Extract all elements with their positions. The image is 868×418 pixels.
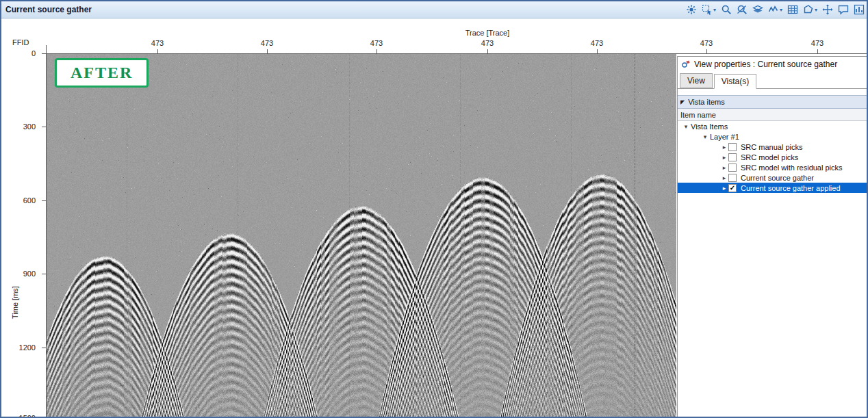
view-properties-panel: View properties : Current source gather … xyxy=(677,56,867,417)
tree-item-current-source-gather[interactable]: ▸Current source gather xyxy=(678,172,867,183)
trace-tick-label: 473 xyxy=(481,39,494,47)
tree-item-current-source-gather-applied[interactable]: ▸✓Current source gather applied xyxy=(678,183,867,193)
collapse-section-icon: ◤ xyxy=(680,99,685,105)
tree-item-label: Current source gather applied xyxy=(740,184,841,192)
wiggle-trace-icon[interactable]: ▾ xyxy=(768,3,782,16)
trace-tick-label: 473 xyxy=(811,39,824,47)
trace-tick-mark xyxy=(706,49,707,53)
time-tick-label: 600 xyxy=(23,196,36,205)
tree-item-label: Current source gather xyxy=(740,174,814,182)
trace-axis-title: Trace [Trace] xyxy=(465,29,510,37)
tree-item-src-manual-picks[interactable]: ▸SRC manual picks xyxy=(678,142,867,152)
trace-tick-label: 473 xyxy=(591,39,603,47)
trace-tick-label: 473 xyxy=(151,39,164,47)
collapse-arrow-icon[interactable]: ▾ xyxy=(682,123,690,130)
expand-arrow-icon[interactable]: ▸ xyxy=(720,154,728,161)
time-tick-label: 900 xyxy=(23,270,36,278)
top-axis: FFID Trace [Trace] 473473473473473473473 xyxy=(1,18,867,54)
dropdown-arrow-icon: ▾ xyxy=(780,7,782,13)
toolbar: ▾▾▾ xyxy=(686,3,867,16)
after-annotation-label: AFTER xyxy=(71,64,133,81)
vista-items-tree: ▾Vista Items▾Layer #1▸SRC manual picks▸S… xyxy=(678,121,867,193)
view-properties-header: View properties : Current source gather xyxy=(678,57,867,72)
trace-tick-label: 473 xyxy=(261,39,273,47)
item-name-column-label: Item name xyxy=(680,111,716,119)
vista-items-section-header[interactable]: ◤ Vista items xyxy=(678,95,867,109)
time-tick-mark xyxy=(42,127,46,127)
polygon-icon[interactable]: ▾ xyxy=(803,3,817,16)
item-name-column-header: Item name xyxy=(678,109,867,121)
time-axis-title: Time [ms] xyxy=(11,286,19,319)
grid-icon[interactable] xyxy=(787,3,798,16)
zoom-off-icon[interactable] xyxy=(737,3,748,16)
checkbox-checked[interactable]: ✓ xyxy=(728,184,737,192)
title-bar: Current source gather ▾▾▾ xyxy=(1,1,867,18)
trace-tick-mark xyxy=(487,49,488,53)
zoom-icon[interactable] xyxy=(721,3,732,16)
tree-item-layer-1[interactable]: ▾Layer #1 xyxy=(678,131,867,142)
time-tick-label: 300 xyxy=(23,122,36,131)
left-axis: Time [ms] 030060090012001500 xyxy=(1,45,47,417)
expand-arrow-icon[interactable]: ▸ xyxy=(720,144,728,151)
time-tick-label: 0 xyxy=(31,49,36,57)
view-properties-icon xyxy=(681,60,691,69)
tree-item-label: Vista Items xyxy=(690,122,728,131)
tree-item-src-model-picks[interactable]: ▸SRC model picks xyxy=(678,152,867,162)
after-annotation-badge: AFTER xyxy=(55,58,149,88)
tree-item-vista-items[interactable]: ▾Vista Items xyxy=(678,121,867,131)
expand-arrow-icon[interactable]: ▸ xyxy=(720,164,728,171)
time-tick-mark xyxy=(42,348,46,348)
dropdown-arrow-icon: ▾ xyxy=(713,7,716,13)
settings-gear-icon[interactable] xyxy=(686,3,697,16)
time-tick-label: 1200 xyxy=(19,343,36,352)
trace-tick-mark xyxy=(376,49,377,53)
seismic-gather-image[interactable] xyxy=(46,53,676,417)
time-tick-mark xyxy=(42,274,46,274)
tree-item-label: Layer #1 xyxy=(709,133,739,141)
collapse-arrow-icon[interactable]: ▾ xyxy=(701,133,709,140)
expand-arrow-icon[interactable]: ▸ xyxy=(720,174,728,181)
comment-icon[interactable] xyxy=(838,3,849,16)
tree-item-label: SRC model with residual picks xyxy=(740,164,843,172)
time-tick-mark xyxy=(42,53,46,54)
tree-item-label: SRC model picks xyxy=(740,153,798,161)
pan-icon[interactable] xyxy=(822,3,833,16)
trace-tick-mark xyxy=(597,49,598,53)
tab-vistas[interactable]: Vista(s) xyxy=(714,74,756,89)
view-properties-title: View properties : Current source gather xyxy=(694,60,837,69)
window-title: Current source gather xyxy=(1,5,92,14)
checkbox-unchecked[interactable] xyxy=(728,143,737,151)
trace-tick-label: 473 xyxy=(370,39,383,47)
app-window: Current source gather ▾▾▾ FFID Trace [Tr… xyxy=(0,0,868,418)
trace-tick-label: 473 xyxy=(700,39,713,47)
chart-icon[interactable] xyxy=(854,3,865,16)
time-tick-label: 1500 xyxy=(19,414,36,418)
select-mode-icon[interactable]: ▾ xyxy=(702,3,716,16)
tree-item-src-model-with-residual-picks[interactable]: ▸SRC model with residual picks xyxy=(678,162,867,172)
checkbox-unchecked[interactable] xyxy=(728,174,737,182)
tab-view[interactable]: View xyxy=(680,73,713,88)
checkbox-unchecked[interactable] xyxy=(728,164,737,172)
time-tick-mark xyxy=(42,200,46,201)
dropdown-arrow-icon: ▾ xyxy=(815,7,817,13)
expand-arrow-icon[interactable]: ▸ xyxy=(720,185,728,192)
trace-tick-mark xyxy=(267,49,268,53)
vista-items-section-label: Vista items xyxy=(688,98,725,106)
tree-item-label: SRC manual picks xyxy=(740,143,802,151)
layers-icon[interactable] xyxy=(752,3,763,16)
checkbox-unchecked[interactable] xyxy=(728,153,737,161)
trace-tick-mark xyxy=(817,49,818,53)
trace-tick-mark xyxy=(157,49,158,53)
properties-tabs: ViewVista(s) xyxy=(678,72,867,89)
